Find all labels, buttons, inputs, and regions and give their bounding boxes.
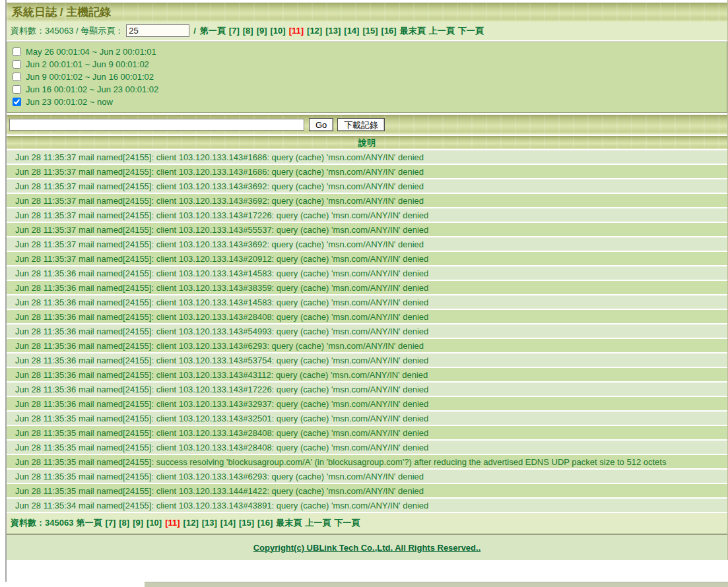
- first-page-link[interactable]: 第一頁: [200, 26, 226, 36]
- log-row: Jun 28 11:35:36 mail named[24155]: clien…: [7, 310, 727, 324]
- page-number-link[interactable]: [14]: [220, 518, 236, 528]
- main-content: 系統日誌 / 主機記錄 資料數：345063 / 每顯示頁： / 第一頁[7][…: [7, 0, 728, 560]
- page-number-link[interactable]: [7]: [229, 26, 240, 36]
- separator: /: [193, 26, 196, 36]
- log-row: Jun 28 11:35:34 mail named[24155]: clien…: [7, 499, 727, 513]
- log-row: Jun 28 11:35:35 mail named[24155]: succe…: [7, 455, 727, 470]
- log-row: Jun 28 11:35:36 mail named[24155]: clien…: [7, 295, 727, 310]
- current-page-indicator: [11]: [165, 518, 180, 528]
- page-number-link[interactable]: [10]: [147, 518, 162, 528]
- download-records-button[interactable]: 下載記錄: [337, 118, 385, 131]
- log-row: Jun 28 11:35:37 mail named[24155]: clien…: [7, 165, 727, 179]
- date-range-filter-row[interactable]: Jun 9 00:01:02 ~ Jun 16 00:01:02: [13, 71, 727, 83]
- page-size-input[interactable]: [126, 24, 189, 37]
- date-range-checkbox[interactable]: [13, 98, 21, 106]
- page-number-link[interactable]: [15]: [362, 26, 378, 36]
- log-row: Jun 28 11:35:37 mail named[24155]: clien…: [7, 194, 727, 208]
- date-range-checkbox[interactable]: [13, 60, 21, 69]
- log-row: Jun 28 11:35:36 mail named[24155]: clien…: [7, 383, 727, 397]
- log-row: Jun 28 11:35:36 mail named[24155]: clien…: [7, 281, 727, 295]
- date-range-label: Jun 23 00:01:02 ~ now: [26, 97, 113, 107]
- date-range-filter-row[interactable]: Jun 16 00:01:02 ~ Jun 23 00:01:02: [13, 83, 727, 96]
- page-number-link[interactable]: [10]: [271, 26, 286, 36]
- log-row: Jun 28 11:35:36 mail named[24155]: clien…: [7, 368, 727, 383]
- date-range-label: Jun 2 00:01:01 ~ Jun 9 00:01:02: [26, 59, 149, 69]
- date-range-filter-panel: May 26 00:01:04 ~ Jun 2 00:01:01Jun 2 00…: [7, 42, 727, 113]
- page-number-link[interactable]: [8]: [243, 26, 253, 36]
- records-count-label: 資料數：345063: [11, 517, 73, 529]
- prev-page-link[interactable]: 上一頁: [429, 26, 455, 36]
- page-links: 第一頁[7][8][9][10][11][12][13][14][15][16]…: [200, 25, 487, 37]
- page-number-link[interactable]: [12]: [307, 26, 322, 36]
- page-links: 第一頁[7][8][9][10][11][12][13][14][15][16]…: [76, 517, 363, 529]
- log-row: Jun 28 11:35:36 mail named[24155]: clien…: [7, 324, 727, 339]
- log-row: Jun 28 11:35:36 mail named[24155]: clien…: [7, 397, 727, 412]
- page-number-link[interactable]: [7]: [105, 518, 116, 528]
- page-number-link[interactable]: [12]: [183, 518, 199, 528]
- search-bar: Go 下載記錄: [7, 115, 727, 135]
- prev-page-link[interactable]: 上一頁: [305, 518, 331, 528]
- log-rows: Jun 28 11:35:37 mail named[24155]: clien…: [7, 150, 727, 513]
- next-page-link[interactable]: 下一頁: [334, 518, 360, 528]
- filter-list: May 26 00:01:04 ~ Jun 2 00:01:01Jun 2 00…: [13, 46, 727, 108]
- page-number-link[interactable]: [9]: [257, 26, 267, 36]
- date-range-label: Jun 16 00:01:02 ~ Jun 23 00:01:02: [26, 84, 158, 94]
- page-number-link[interactable]: [13]: [202, 518, 217, 528]
- pagination-bottom: 資料數：345063 第一頁[7][8][9][10][11][12][13][…: [7, 513, 727, 535]
- date-range-filter-row[interactable]: May 26 00:01:04 ~ Jun 2 00:01:01: [13, 46, 727, 58]
- page-number-link[interactable]: [16]: [381, 26, 397, 36]
- log-row: Jun 28 11:35:37 mail named[24155]: clien…: [7, 179, 727, 194]
- page-number-link[interactable]: [9]: [133, 518, 143, 528]
- log-row: Jun 28 11:35:36 mail named[24155]: clien…: [7, 339, 727, 354]
- log-table-header: 說明: [7, 136, 727, 149]
- log-row: Jun 28 11:35:37 mail named[24155]: clien…: [7, 208, 727, 223]
- pagination-top: 資料數：345063 / 每顯示頁： / 第一頁[7][8][9][10][11…: [7, 22, 727, 40]
- page-number-link[interactable]: [13]: [325, 26, 341, 36]
- records-count-label: 資料數：345063 / 每顯示頁：: [11, 25, 123, 37]
- log-row: Jun 28 11:35:35 mail named[24155]: clien…: [7, 412, 727, 426]
- footer: Copyright(c) UBLink Tech Co.,Ltd. All Ri…: [7, 535, 727, 560]
- copyright-link[interactable]: Copyright(c) UBLink Tech Co.,Ltd. All Ri…: [253, 543, 481, 553]
- date-range-label: May 26 00:01:04 ~ Jun 2 00:01:01: [26, 47, 156, 57]
- last-page-link[interactable]: 最末頁: [276, 518, 302, 528]
- log-row: Jun 28 11:35:35 mail named[24155]: clien…: [7, 441, 727, 455]
- bottom-strip: [0, 582, 728, 587]
- go-button[interactable]: Go: [309, 118, 333, 131]
- log-row: Jun 28 11:35:35 mail named[24155]: clien…: [7, 470, 727, 484]
- bottom-strip-right: [145, 582, 728, 587]
- date-range-label: Jun 9 00:01:02 ~ Jun 16 00:01:02: [26, 72, 154, 82]
- date-range-checkbox[interactable]: [13, 85, 21, 94]
- bottom-strip-left: [0, 582, 145, 587]
- log-row: Jun 28 11:35:35 mail named[24155]: clien…: [7, 484, 727, 499]
- date-range-checkbox[interactable]: [13, 47, 21, 56]
- date-range-filter-row[interactable]: Jun 2 00:01:01 ~ Jun 9 00:01:02: [13, 58, 727, 71]
- page-number-link[interactable]: [14]: [344, 26, 359, 36]
- log-row: Jun 28 11:35:37 mail named[24155]: clien…: [7, 252, 727, 266]
- page-number-link[interactable]: [15]: [239, 518, 254, 528]
- first-page-link[interactable]: 第一頁: [76, 518, 102, 528]
- date-range-checkbox[interactable]: [13, 73, 21, 81]
- last-page-link[interactable]: 最末頁: [400, 26, 426, 36]
- log-row: Jun 28 11:35:37 mail named[24155]: clien…: [7, 223, 727, 237]
- date-range-filter-row[interactable]: Jun 23 00:01:02 ~ now: [13, 96, 727, 108]
- page-number-link[interactable]: [8]: [119, 518, 129, 528]
- log-row: Jun 28 11:35:35 mail named[24155]: clien…: [7, 426, 727, 441]
- next-page-link[interactable]: 下一頁: [458, 26, 484, 36]
- current-page-indicator: [11]: [289, 26, 304, 36]
- log-row: Jun 28 11:35:37 mail named[24155]: clien…: [7, 237, 727, 252]
- page-number-link[interactable]: [16]: [257, 518, 273, 528]
- search-input[interactable]: [9, 119, 304, 131]
- page-title: 系統日誌 / 主機記錄: [7, 3, 727, 22]
- log-row: Jun 28 11:35:36 mail named[24155]: clien…: [7, 266, 727, 281]
- log-row: Jun 28 11:35:37 mail named[24155]: clien…: [7, 150, 727, 165]
- log-row: Jun 28 11:35:36 mail named[24155]: clien…: [7, 354, 727, 368]
